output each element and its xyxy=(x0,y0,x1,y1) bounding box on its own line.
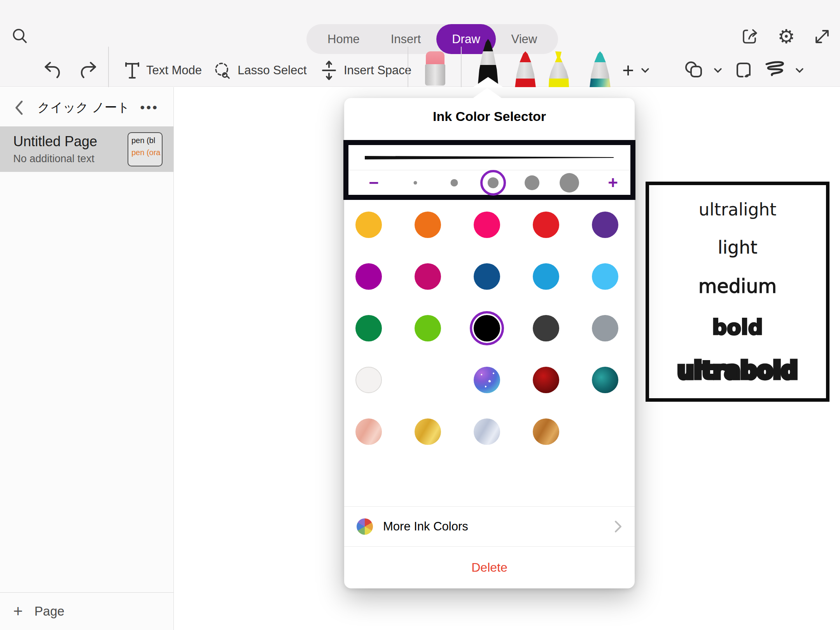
lasso-icon xyxy=(212,60,232,80)
color-swatch-red[interactable] xyxy=(533,212,559,238)
increase-size-button[interactable]: + xyxy=(608,173,618,192)
color-swatch-orange[interactable] xyxy=(415,212,441,238)
add-page-button[interactable]: + Page xyxy=(0,592,173,630)
stroke-size-option-3[interactable] xyxy=(488,177,499,188)
color-swatch-galaxy[interactable] xyxy=(474,367,500,393)
pen-red[interactable] xyxy=(514,51,537,87)
popup-arrow-notch xyxy=(472,77,504,88)
color-swatch-purple[interactable] xyxy=(592,212,618,238)
text-mode-label: Text Mode xyxy=(146,63,202,77)
color-swatch-teal-texture[interactable] xyxy=(592,367,618,393)
ink-annotate-button[interactable] xyxy=(734,58,757,82)
color-swatch-dark-gray[interactable] xyxy=(533,315,559,341)
tab-insert[interactable]: Insert xyxy=(375,24,437,54)
text-mode-button[interactable]: Text Mode xyxy=(124,58,202,82)
color-swatch-bronze[interactable] xyxy=(533,418,559,445)
color-swatch-green[interactable] xyxy=(355,315,382,341)
ribbon-tabs: Home Insert Draw View xyxy=(306,24,558,54)
color-swatch-yellow[interactable] xyxy=(355,212,382,238)
chevron-down-icon xyxy=(639,66,651,75)
delete-pen-button[interactable]: Delete xyxy=(344,546,635,588)
thumb-ink-line-black: pen (bl xyxy=(131,136,162,145)
page-thumbnail: pen (bl pen (ora xyxy=(128,132,163,166)
thumb-ink-line-orange: pen (ora xyxy=(131,148,162,157)
insert-space-icon xyxy=(320,60,338,80)
color-swatch-dark-blue[interactable] xyxy=(474,263,500,290)
ink-sample-medium: medium xyxy=(698,275,777,298)
plus-icon: + xyxy=(622,59,634,82)
gear-icon[interactable]: ⚙ xyxy=(775,26,797,47)
stroke-size-row: − + xyxy=(348,170,630,195)
insert-space-label: Insert Space xyxy=(344,63,411,77)
toolbar-separator xyxy=(461,47,462,87)
color-swatch-gold[interactable] xyxy=(415,418,441,445)
search-icon[interactable] xyxy=(10,26,30,47)
color-wheel-icon xyxy=(357,518,373,535)
ink-color-grid xyxy=(344,200,635,472)
color-swatch-light-green[interactable] xyxy=(415,315,441,341)
stroke-width-preview xyxy=(365,153,614,162)
ink-color-selector-popup: Ink Color Selector − + More Ink Colors D… xyxy=(344,98,635,588)
ink-sample-ultralight: ultralight xyxy=(699,200,777,219)
lasso-select-button[interactable]: Lasso Select xyxy=(212,58,307,82)
decrease-size-button[interactable]: − xyxy=(369,173,379,192)
shapes-icon xyxy=(682,60,707,81)
page-subtitle: No additional text xyxy=(13,153,94,165)
notebook-title: クイック ノート xyxy=(37,99,130,116)
top-toolbar: Home Insert Draw View ⚙ xyxy=(0,0,840,87)
highlighter-yellow[interactable] xyxy=(548,51,570,87)
ink-sample-bold: bold xyxy=(712,315,763,339)
page-title: Untitled Page xyxy=(13,133,97,150)
stroke-size-option-2[interactable] xyxy=(451,179,458,186)
toolbar-separator xyxy=(408,47,408,87)
share-icon[interactable] xyxy=(740,26,761,47)
tab-view[interactable]: View xyxy=(496,24,553,54)
more-ink-colors-button[interactable]: More Ink Colors xyxy=(344,506,635,546)
stroke-size-panel: − + xyxy=(343,140,635,200)
redo-button[interactable] xyxy=(78,58,98,82)
ink-to-shape-button[interactable] xyxy=(764,58,805,82)
eraser[interactable] xyxy=(425,51,445,86)
expand-icon[interactable] xyxy=(811,26,833,47)
back-chevron-icon[interactable] xyxy=(12,99,26,116)
more-options-icon[interactable]: ••• xyxy=(140,100,159,115)
chevron-right-icon xyxy=(613,519,623,534)
color-swatch-magenta-purple[interactable] xyxy=(355,263,382,290)
color-swatch-blue[interactable] xyxy=(533,263,559,290)
color-swatch-rainbow-glitter[interactable] xyxy=(415,367,441,393)
color-swatch-gray[interactable] xyxy=(592,315,618,341)
color-swatch-silver[interactable] xyxy=(474,418,500,445)
more-ink-colors-label: More Ink Colors xyxy=(383,520,468,534)
stroke-size-option-5[interactable] xyxy=(560,173,579,192)
lasso-select-label: Lasso Select xyxy=(238,63,307,77)
note-pen-icon xyxy=(734,60,757,81)
handwriting-weight-sample: ultralightlightmediumboldultrabold xyxy=(646,182,830,402)
insert-space-button[interactable]: Insert Space xyxy=(320,58,411,82)
delete-label: Delete xyxy=(471,560,508,575)
toolbar-separator xyxy=(108,47,109,87)
color-swatch-dark-red-marble[interactable] xyxy=(533,367,559,393)
add-page-label: Page xyxy=(35,604,65,619)
stroke-size-option-4[interactable] xyxy=(525,175,539,190)
page-list-sidebar: クイック ノート ••• Untitled Page No additional… xyxy=(0,87,174,630)
chevron-down-icon xyxy=(794,66,805,75)
color-swatch-pink[interactable] xyxy=(474,212,500,238)
shapes-button[interactable] xyxy=(682,58,724,82)
ink-sample-ultrabold: ultrabold xyxy=(677,357,798,384)
sidebar-header: クイック ノート ••• xyxy=(0,87,173,128)
ink-sample-light: light xyxy=(718,237,758,258)
color-swatch-white[interactable] xyxy=(355,367,382,393)
page-list-item-selected[interactable]: Untitled Page No additional text pen (bl… xyxy=(0,126,173,172)
popup-title: Ink Color Selector xyxy=(344,109,635,124)
text-mode-icon xyxy=(124,61,141,80)
tab-home[interactable]: Home xyxy=(312,24,375,54)
color-swatch-dark-pink[interactable] xyxy=(415,263,441,290)
add-pen-button[interactable]: + xyxy=(622,58,651,82)
color-swatch-light-blue[interactable] xyxy=(592,263,618,290)
pen-galaxy[interactable] xyxy=(589,51,611,87)
chevron-down-icon xyxy=(712,66,724,75)
undo-button[interactable] xyxy=(43,58,63,82)
color-swatch-black[interactable] xyxy=(474,315,500,341)
color-swatch-rose-gold[interactable] xyxy=(355,418,382,445)
stroke-size-option-1[interactable] xyxy=(414,181,417,184)
